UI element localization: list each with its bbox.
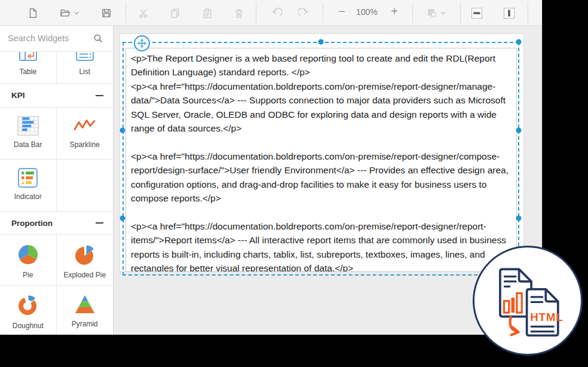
zoom-level: 100% bbox=[356, 7, 378, 17]
move-handle-icon bbox=[137, 38, 147, 48]
collapse-minus-icon[interactable] bbox=[96, 222, 103, 224]
undo-icon bbox=[271, 8, 282, 19]
collapse-minus-icon[interactable] bbox=[96, 95, 103, 96]
widget-row: Doughnut Pyramid bbox=[0, 286, 113, 335]
selected-textbox[interactable]: <p>The Report Designer is a web based re… bbox=[125, 48, 517, 272]
cut-icon bbox=[138, 8, 149, 19]
resize-handle-top-right[interactable] bbox=[516, 39, 522, 45]
widget-item-label: Indicator bbox=[14, 192, 42, 201]
widget-item-exploded-pie[interactable]: Exploded Pie bbox=[57, 235, 114, 285]
widget-item-label: Table bbox=[19, 68, 36, 76]
toolbar-separator bbox=[323, 2, 323, 23]
zoom-in-button[interactable]: + bbox=[387, 5, 402, 19]
report-designer-window: − 100% + bbox=[0, 0, 543, 335]
pie-icon bbox=[16, 243, 40, 267]
resize-handle-right-lower[interactable] bbox=[516, 216, 522, 221]
widget-item-doughnut[interactable]: Doughnut bbox=[0, 286, 57, 335]
chevron-down-icon bbox=[440, 11, 446, 16]
widget-item-label: Exploded Pie bbox=[63, 271, 106, 279]
resize-handle-left-lower[interactable] bbox=[120, 216, 125, 221]
toolbar: − 100% + bbox=[0, 0, 543, 26]
paste-button[interactable] bbox=[198, 4, 217, 23]
widget-row: Table List bbox=[0, 52, 113, 84]
align-vertical-center-icon bbox=[503, 7, 515, 19]
widget-item-indicator[interactable]: Indicator bbox=[0, 160, 57, 211]
resize-handle-right[interactable] bbox=[516, 128, 522, 133]
widget-cell-empty bbox=[57, 160, 114, 211]
save-button[interactable] bbox=[97, 4, 116, 23]
section-label: Proportion bbox=[11, 219, 53, 228]
widget-item-sparkline[interactable]: Sparkline bbox=[57, 108, 114, 159]
chevron-down-icon bbox=[74, 11, 79, 16]
widget-item-pyramid[interactable]: Pyramid bbox=[57, 286, 114, 335]
align-horizontal-center-icon bbox=[471, 7, 483, 19]
widget-item-pie[interactable]: Pie bbox=[0, 235, 57, 285]
list-icon bbox=[74, 52, 96, 65]
indicator-icon bbox=[17, 167, 38, 188]
textbox-paragraph: <p><a href="https://documentation.boldre… bbox=[131, 149, 512, 206]
paste-icon bbox=[202, 8, 213, 19]
group-chevron[interactable] bbox=[438, 4, 449, 23]
html-export-badge: HTML bbox=[473, 246, 583, 356]
open-file-icon bbox=[60, 8, 71, 19]
widget-item-list[interactable]: List bbox=[57, 52, 114, 83]
widget-item-label: Data Bar bbox=[14, 140, 42, 149]
doughnut-icon bbox=[16, 293, 40, 317]
widget-item-label: Sparkline bbox=[70, 140, 100, 149]
widget-sidebar: Table List KPI bbox=[0, 26, 114, 335]
save-icon bbox=[101, 8, 112, 19]
toolbar-separator bbox=[528, 2, 528, 23]
align-vertical-center-button[interactable] bbox=[500, 4, 519, 23]
section-label: KPI bbox=[11, 91, 25, 100]
delete-button[interactable] bbox=[229, 4, 249, 23]
widget-row: Pie Exploded Pie bbox=[0, 235, 113, 286]
convert-arrow-icon bbox=[510, 317, 518, 335]
toolbar-separator bbox=[412, 2, 413, 23]
widget-item-label: List bbox=[79, 68, 90, 76]
widget-item-label: Doughnut bbox=[13, 322, 44, 330]
widget-search-input[interactable] bbox=[0, 26, 90, 51]
toolbar-separator bbox=[256, 2, 256, 23]
redo-button[interactable] bbox=[294, 4, 313, 23]
group-icon bbox=[426, 8, 437, 19]
html-label: HTML bbox=[530, 311, 563, 323]
cut-button[interactable] bbox=[134, 4, 153, 23]
new-file-button[interactable] bbox=[23, 4, 42, 23]
redo-icon bbox=[298, 8, 309, 19]
widget-item-label: Pyramid bbox=[72, 320, 98, 328]
pyramid-icon bbox=[73, 293, 97, 316]
section-header-kpi[interactable]: KPI bbox=[0, 84, 113, 108]
section-header-proportion[interactable]: Proportion bbox=[0, 212, 113, 235]
copy-button[interactable] bbox=[166, 4, 185, 23]
widget-item-data-bar[interactable]: Data Bar bbox=[0, 108, 57, 159]
widget-item-table[interactable]: Table bbox=[0, 52, 57, 83]
copy-icon bbox=[170, 8, 180, 19]
toolbar-separator bbox=[125, 2, 126, 23]
exploded-pie-icon bbox=[73, 243, 97, 267]
trash-icon bbox=[234, 8, 244, 19]
sparkline-icon bbox=[73, 115, 97, 136]
table-icon bbox=[17, 52, 39, 65]
undo-button[interactable] bbox=[267, 4, 286, 23]
resize-handle-top-center[interactable] bbox=[318, 39, 324, 45]
toolbar-separator bbox=[460, 2, 461, 23]
search-icon[interactable] bbox=[93, 33, 103, 44]
widget-item-label: Pie bbox=[23, 271, 33, 279]
widget-search-row bbox=[0, 26, 113, 52]
open-file-chevron[interactable] bbox=[71, 4, 82, 23]
align-horizontal-center-button[interactable] bbox=[467, 4, 486, 23]
zoom-out-button[interactable]: − bbox=[335, 5, 349, 19]
data-bar-icon bbox=[17, 115, 39, 136]
new-file-icon bbox=[27, 8, 38, 19]
textbox-paragraph: <p><a href="https://documentation.boldre… bbox=[131, 79, 512, 136]
html-export-icon: HTML bbox=[475, 248, 581, 354]
move-handle[interactable] bbox=[134, 35, 150, 51]
widget-row: Data Bar Sparkline bbox=[0, 108, 113, 160]
textbox-paragraph: <p>The Report Designer is a web based re… bbox=[131, 51, 512, 79]
resize-handle-left[interactable] bbox=[120, 128, 125, 133]
textbox-paragraph: <p><a href="https://documentation.boldre… bbox=[131, 219, 512, 272]
widget-row: Indicator bbox=[0, 160, 113, 212]
